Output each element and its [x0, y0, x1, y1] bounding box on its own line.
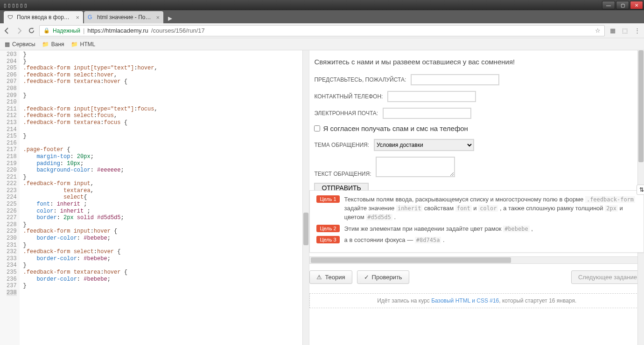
secure-label: Надежный [53, 28, 80, 34]
extension-icon[interactable]: ⬚ [621, 27, 629, 35]
collapse-up-button[interactable]: ⇅ [637, 185, 644, 195]
browser-tabstrip: 🛡 Поля ввода в форме об × G html значени… [0, 10, 644, 23]
bookmark-folder[interactable]: 📁Ваня [42, 41, 64, 48]
preview-h-scrollbar[interactable]: ◀ ▶ [309, 256, 644, 264]
url-host: https://htmlacademy.ru [87, 27, 148, 34]
folder-icon: 📁 [71, 41, 78, 48]
goal-3-text: а в состоянии фокуса — #8d745a . [344, 236, 445, 245]
warning-icon: ⚠ [316, 274, 322, 281]
back-button[interactable] [3, 27, 11, 35]
scrollbar-thumb[interactable] [311, 257, 511, 263]
menu-button[interactable]: ⋮ [633, 27, 641, 35]
consent-checkbox[interactable] [314, 125, 320, 131]
bookmark-folder[interactable]: 📁HTML [71, 41, 96, 48]
shield-icon: 🛡 [7, 14, 14, 21]
window-maximize-button[interactable]: ▢ [616, 1, 629, 9]
tab-title: Поля ввода в форме об [17, 14, 73, 21]
browser-tab-2[interactable]: G html значение - Поиск в × [84, 11, 163, 23]
goal-3-badge: Цель 3 [316, 236, 339, 243]
next-task-button[interactable]: Следующее задание [571, 270, 644, 284]
check-button[interactable]: ✓Проверить [357, 270, 409, 284]
theory-button[interactable]: ⚠Теория [309, 270, 352, 284]
apps-icon: ▦ [5, 41, 10, 48]
email-label: ЭЛЕКТРОННАЯ ПОЧТА: [314, 110, 378, 117]
bookmark-star-icon[interactable]: ☆ [595, 27, 601, 34]
code-editor[interactable]: 2032042052062072082092102112122132142152… [0, 50, 309, 345]
reload-button[interactable] [27, 27, 35, 35]
message-label: ТЕКСТ ОБРАЩЕНИЯ: [314, 171, 371, 177]
browser-toolbar: 🔒 Надежный | https://htmlacademy.ru/cour… [0, 23, 644, 38]
message-textarea[interactable] [376, 157, 455, 177]
name-input[interactable] [411, 74, 499, 85]
apps-button[interactable]: ▦Сервисы [5, 41, 35, 48]
editor-scrollbar[interactable] [302, 50, 309, 345]
goal-2-badge: Цель 2 [316, 225, 339, 232]
subject-select[interactable]: Условия доставки [374, 139, 474, 151]
check-icon: ✓ [364, 274, 369, 281]
scrollbar-thumb[interactable] [638, 50, 644, 162]
line-gutter: 2032042052062072082092102112122132142152… [0, 50, 20, 345]
google-icon: G [88, 14, 94, 21]
close-icon[interactable]: × [76, 14, 79, 21]
browser-tab-1[interactable]: 🛡 Поля ввода в форме об × [4, 11, 83, 23]
bookmarks-bar: ▦Сервисы 📁Ваня 📁HTML [0, 38, 644, 50]
goals-panel: Цель 1 Текстовым полям ввода, раскрывающ… [309, 190, 644, 253]
window-close-button[interactable]: ✕ [630, 1, 643, 9]
phone-label: КОНТАКТНЫЙ ТЕЛЕФОН: [314, 93, 383, 100]
consent-label: Я согласен получать спам и смс на телефо… [323, 124, 468, 132]
goal-1-badge: Цель 1 [316, 195, 339, 203]
course-link[interactable]: Базовый HTML и CSS #16 [431, 297, 499, 304]
code-content[interactable]: }}.feedback-form input[type="text"]:hove… [20, 50, 161, 345]
email-input[interactable] [383, 108, 471, 119]
address-bar[interactable]: 🔒 Надежный | https://htmlacademy.ru/cour… [39, 25, 605, 36]
window-titlebar: ▯ ▯ ▯ ▯ ▯ ▯ — ▢ ✕ [0, 0, 644, 10]
goal-1-text: Текстовым полям ввода, раскрывающемуся с… [344, 195, 637, 222]
forward-button[interactable] [15, 27, 23, 35]
tab-title: html значение - Поиск в [97, 14, 153, 21]
window-minimize-button[interactable]: — [602, 1, 615, 9]
url-path: /courses/156/run/17 [151, 27, 205, 34]
lock-icon: 🔒 [43, 28, 50, 34]
phone-input[interactable] [387, 91, 476, 102]
preview-pane: Свяжитесь с нами и мы развеем оставшиеся… [309, 50, 644, 345]
name-label: ПРЕДСТАВЬТЕСЬ, ПОЖАЛУЙСТА: [314, 76, 406, 83]
close-icon[interactable]: × [156, 14, 160, 21]
extension-icon[interactable]: ▦ [609, 27, 617, 35]
action-bar: ⚠Теория ✓Проверить Следующее задание [309, 270, 644, 284]
tray-icons: ▯ ▯ ▯ ▯ ▯ ▯ [1, 3, 27, 8]
subject-label: ТЕМА ОБРАЩЕНИЯ: [314, 142, 369, 148]
folder-icon: 📁 [42, 41, 49, 48]
goal-2-text: Этим же элементам при наведении задайте … [344, 225, 533, 234]
scrollbar-thumb[interactable] [303, 213, 308, 245]
intro-text: Свяжитесь с нами и мы развеем оставшиеся… [314, 58, 635, 66]
course-notice: Идёт запись на курс Базовый HTML и CSS #… [309, 293, 644, 308]
new-tab-button[interactable]: ▸ [164, 13, 176, 23]
